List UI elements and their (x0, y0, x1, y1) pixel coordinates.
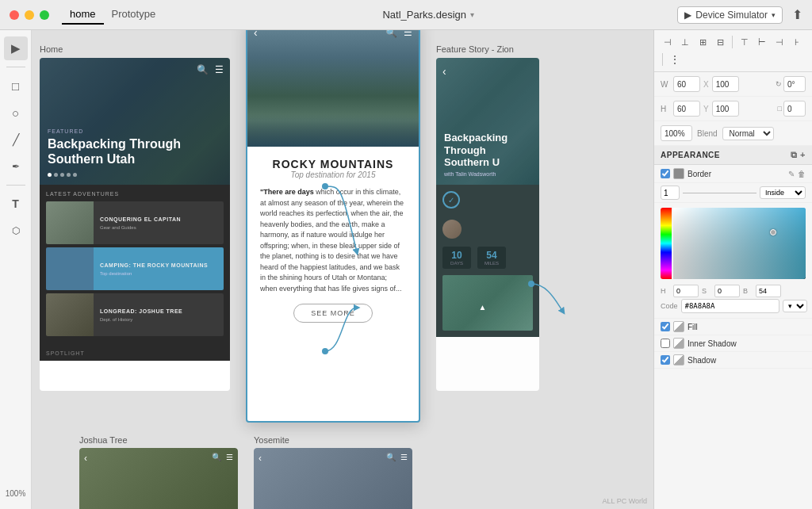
blend-select[interactable]: Normal Multiply Screen Overlay (722, 127, 774, 140)
joshua-artboard[interactable]: ‹ 🔍 ☰ (79, 448, 238, 509)
joshua-label: Joshua Tree (79, 435, 128, 445)
bright-input[interactable] (756, 285, 781, 297)
edit-border-icon[interactable]: ✎ (788, 170, 795, 178)
height-input[interactable] (673, 101, 700, 117)
fill-swatch[interactable] (673, 321, 684, 332)
feature-nav: ‹ (442, 64, 446, 78)
adv-title-1: CONQUERING EL CAPITAN (100, 216, 217, 223)
yosemite-artboard[interactable]: ‹ 🔍 ☰ (254, 448, 412, 509)
dist-icon-3[interactable]: ⊣ (772, 35, 787, 49)
sat-input[interactable] (714, 285, 740, 297)
menu-icon-yosemite[interactable]: ☰ (400, 453, 408, 464)
border-width-input[interactable] (661, 186, 680, 200)
adventure-item-1[interactable]: CONQUERING EL CAPITAN Gear and Guides (46, 201, 224, 244)
close-button[interactable] (10, 10, 19, 20)
thumb-1 (46, 201, 94, 244)
search-icon-yosemite[interactable]: 🔍 (386, 453, 396, 464)
rectangle-tool[interactable]: □ (4, 74, 28, 98)
border-color-swatch[interactable] (673, 168, 684, 179)
dot-2 (54, 173, 58, 177)
adventure-item-2[interactable]: CAMPING: THE ROCKY MOUNTAINS Top destina… (46, 247, 224, 290)
blend-label: Blend (697, 129, 718, 138)
x-input[interactable] (712, 76, 739, 92)
border-type-select[interactable]: Inside Outside Center (760, 186, 806, 199)
dist-icon-4[interactable]: ⊦ (790, 35, 804, 49)
adv-title-3: LONGREAD: JOSHUE TREE (100, 308, 217, 315)
menu-icon[interactable]: ☰ (215, 64, 224, 75)
y-input[interactable] (712, 101, 739, 117)
menu-icon-latest[interactable]: ☰ (404, 30, 412, 38)
select-tool[interactable]: ▶ (4, 36, 28, 60)
hero-dots (48, 173, 222, 177)
color-spectrum[interactable] (661, 208, 806, 279)
feature-stats: 10 DAYS 54 MILES (442, 247, 533, 269)
export-button[interactable]: ⬆ (792, 7, 802, 22)
artboards-row: Home 🔍 ☰ FEATURED Backpacking Through So… (40, 44, 645, 423)
color-format-select[interactable]: ▾ (783, 300, 807, 312)
maximize-button[interactable] (40, 10, 49, 20)
back-icon-yosemite[interactable]: ‹ (259, 453, 262, 464)
home-artboard-frame[interactable]: 🔍 ☰ FEATURED Backpacking Through Souther… (40, 58, 230, 391)
hue-strip[interactable] (661, 208, 672, 279)
align-icon-4[interactable]: ⊟ (713, 35, 727, 49)
tab-prototype[interactable]: Prototype (104, 5, 164, 25)
tool-separator-2 (6, 185, 25, 186)
search-icon-joshua[interactable]: 🔍 (212, 453, 221, 464)
feature-artboard-frame[interactable]: ‹ Backpacking Through Southern U with Ta… (436, 58, 539, 391)
toolbar-sep-1 (732, 36, 733, 48)
miles-number: 54 (482, 250, 501, 261)
border-checkbox[interactable] (661, 169, 670, 178)
shape-tool[interactable]: ⬡ (4, 219, 28, 243)
add-appearance-button[interactable]: + (800, 150, 806, 160)
dist-icon-2[interactable]: ⊢ (755, 35, 769, 49)
back-icon-joshua[interactable]: ‹ (84, 453, 87, 464)
delete-border-icon[interactable]: 🗑 (798, 170, 806, 178)
minimize-button[interactable] (25, 10, 34, 20)
shadow-checkbox[interactable] (661, 355, 670, 365)
width-input[interactable] (673, 76, 700, 92)
opacity-input[interactable] (661, 125, 692, 141)
dimensions-row-1: W X ↻ (654, 72, 812, 97)
more-options-icon[interactable]: ⋮ (668, 52, 682, 67)
canvas-area[interactable]: Home 🔍 ☰ FEATURED Backpacking Through So… (32, 30, 653, 509)
home-nav: 🔍 ☰ (197, 64, 224, 75)
feature-map: ▲ (442, 275, 533, 331)
saturation-area[interactable] (673, 208, 806, 279)
hue-input[interactable] (673, 285, 699, 297)
align-icon-3[interactable]: ⊞ (695, 35, 710, 49)
tab-design[interactable]: home (62, 5, 104, 25)
search-icon[interactable]: 🔍 (197, 64, 209, 75)
align-icon-1[interactable]: ⊣ (661, 35, 675, 49)
see-more-button[interactable]: SEE MORE (293, 304, 373, 323)
pen-tool[interactable]: ✒ (4, 155, 28, 178)
spotlight-label: SPOTLIGHT (46, 350, 224, 356)
adventures-section: LATEST ADVENTURES CONQUERING EL CAPITAN … (40, 185, 230, 346)
device-simulator-button[interactable]: ▶ Device Simulator ▾ (677, 6, 783, 24)
inner-shadow-checkbox[interactable] (661, 339, 670, 348)
titlebar-right: ▶ Device Simulator ▾ ⬆ (677, 6, 802, 24)
menu-icon-joshua[interactable]: ☰ (226, 453, 233, 464)
shadow-swatch[interactable] (673, 354, 684, 365)
adv-sub-1: Gear and Guides (100, 225, 217, 230)
search-icon-latest[interactable]: 🔍 (385, 30, 397, 38)
copy-appearance-button[interactable]: ⧉ (791, 150, 798, 160)
featured-label: FEATURED (48, 128, 222, 134)
fill-checkbox[interactable] (661, 322, 670, 331)
align-icon-2[interactable]: ⊥ (678, 35, 692, 49)
corner-input[interactable] (783, 101, 806, 117)
circle-tool[interactable]: ○ (4, 101, 28, 124)
hex-input[interactable] (681, 299, 779, 313)
dist-icon-1[interactable]: ⊤ (737, 35, 752, 49)
text-tool[interactable]: T (4, 192, 28, 216)
line-tool[interactable]: ╱ (4, 128, 28, 151)
latest-adventures-label: LATEST ADVENTURES (46, 191, 224, 197)
rotation-input[interactable] (783, 76, 806, 92)
back-icon[interactable]: ‹ (254, 30, 258, 39)
feature-sub: with Talin Wadsworth (444, 171, 531, 177)
adventure-item-3[interactable]: LONGREAD: JOSHUE TREE Dept. of History (46, 293, 224, 336)
hero-title: Backpacking Through Southern Utah (48, 136, 222, 166)
latest-artboard-frame[interactable]: ‹ 🔍 ☰ ROCKY MOUNTAINS Top de (246, 30, 420, 423)
back-icon-feature[interactable]: ‹ (442, 65, 446, 78)
feature-content: Backpacking Through Southern U with Tali… (444, 132, 531, 177)
inner-shadow-swatch[interactable] (673, 338, 684, 349)
